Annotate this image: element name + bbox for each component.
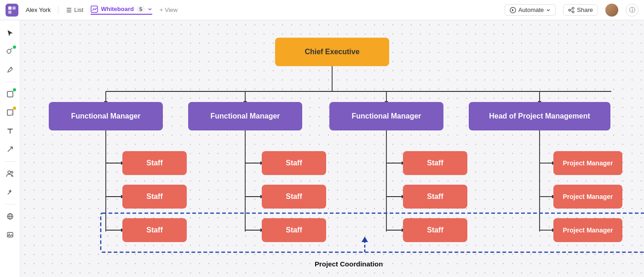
svg-marker-63 xyxy=(362,237,368,242)
info-button[interactable]: ⓘ xyxy=(626,4,638,17)
paint-tool[interactable] xyxy=(3,44,17,59)
sticky-tool[interactable] xyxy=(3,105,17,120)
chief-executive-label: Chief Executive xyxy=(305,48,359,56)
pm2-label: Project Manager xyxy=(563,193,613,200)
staff-m2-2[interactable]: Staff xyxy=(262,185,326,209)
staff-m3-2[interactable]: Staff xyxy=(403,185,467,209)
paint-dot xyxy=(13,45,16,49)
canvas[interactable]: Chief Executive Functional Manager Funct… xyxy=(20,20,644,277)
svg-point-16 xyxy=(8,171,11,174)
globe-tool[interactable] xyxy=(3,209,17,224)
toolbar-divider-3 xyxy=(5,204,16,204)
staff-m1-1-label: Staff xyxy=(146,159,163,167)
staff-m1-1[interactable]: Staff xyxy=(122,151,187,175)
username[interactable]: Alex York xyxy=(26,6,51,13)
staff-m1-3[interactable]: Staff xyxy=(122,218,187,242)
left-toolbar xyxy=(0,20,20,277)
svg-point-10 xyxy=(569,9,570,11)
people-tool[interactable] xyxy=(3,166,17,181)
svg-rect-0 xyxy=(8,6,12,10)
svg-rect-2 xyxy=(8,11,12,14)
app-logo xyxy=(6,4,18,17)
pm3-label: Project Manager xyxy=(563,226,613,234)
add-view-label: + View xyxy=(160,6,178,13)
text-tool[interactable] xyxy=(3,124,17,138)
staff-m2-3-label: Staff xyxy=(286,226,302,234)
head-node[interactable]: Head of Project Management xyxy=(469,102,610,130)
svg-point-8 xyxy=(572,7,574,9)
nav-divider xyxy=(58,6,58,14)
svg-point-22 xyxy=(8,234,10,235)
staff-m1-2-label: Staff xyxy=(146,192,163,201)
project-manager-3[interactable]: Project Manager xyxy=(553,218,622,242)
project-coordination: Project Coordination xyxy=(315,258,383,268)
draw-tool[interactable] xyxy=(3,62,17,77)
svg-rect-14 xyxy=(7,91,13,97)
project-coordination-label: Project Coordination xyxy=(315,260,383,268)
staff-m1-2[interactable]: Staff xyxy=(122,185,187,209)
user-avatar[interactable] xyxy=(605,4,618,17)
automate-button[interactable]: Automate xyxy=(505,4,556,16)
chief-executive-node[interactable]: Chief Executive xyxy=(275,38,389,66)
staff-m2-2-label: Staff xyxy=(286,192,302,201)
pm1-label: Project Manager xyxy=(563,159,613,167)
svg-rect-1 xyxy=(12,6,16,10)
list-label: List xyxy=(74,6,83,13)
toolbar-divider-1 xyxy=(5,82,16,82)
share-label: Share xyxy=(577,6,593,13)
sticky-dot xyxy=(13,107,16,110)
staff-m3-3[interactable]: Staff xyxy=(403,218,467,242)
staff-m2-1[interactable]: Staff xyxy=(262,151,326,175)
svg-point-9 xyxy=(572,11,574,13)
project-manager-2[interactable]: Project Manager xyxy=(553,185,622,209)
manager3-node[interactable]: Functional Manager xyxy=(329,102,443,130)
project-manager-1[interactable]: Project Manager xyxy=(553,151,622,175)
staff-m1-3-label: Staff xyxy=(146,226,163,234)
staff-m3-1-label: Staff xyxy=(427,159,443,167)
connector-tool[interactable] xyxy=(3,142,17,157)
svg-point-17 xyxy=(11,171,13,173)
whiteboard-label: Whiteboard xyxy=(101,6,134,12)
select-tool[interactable] xyxy=(3,26,17,40)
manager1-label: Functional Manager xyxy=(71,112,140,120)
automate-label: Automate xyxy=(518,6,544,13)
svg-point-13 xyxy=(10,67,12,68)
whiteboard-tab[interactable]: Whiteboard 5 xyxy=(91,6,152,15)
staff-m3-3-label: Staff xyxy=(427,226,443,234)
image-tool[interactable] xyxy=(3,227,17,242)
magic-tool[interactable] xyxy=(3,185,17,199)
list-tab[interactable]: List xyxy=(66,6,83,13)
staff-m2-1-label: Staff xyxy=(286,159,302,167)
staff-m2-3[interactable]: Staff xyxy=(262,218,326,242)
head-label: Head of Project Management xyxy=(489,112,590,120)
staff-m3-1[interactable]: Staff xyxy=(403,151,467,175)
add-view[interactable]: + View xyxy=(160,6,178,13)
top-nav: Alex York List Whiteboard 5 + View Autom… xyxy=(0,0,644,20)
share-button[interactable]: Share xyxy=(563,4,598,16)
manager2-label: Functional Manager xyxy=(210,112,280,120)
toolbar-divider-2 xyxy=(5,161,16,162)
svg-line-12 xyxy=(570,11,572,11)
staff-m3-2-label: Staff xyxy=(427,192,443,201)
shape-dot xyxy=(13,88,16,91)
manager3-label: Functional Manager xyxy=(351,112,421,120)
manager1-node[interactable]: Functional Manager xyxy=(49,102,163,130)
shape-tool[interactable] xyxy=(3,87,17,102)
whiteboard-count: 5 xyxy=(137,6,145,12)
svg-line-11 xyxy=(570,9,572,10)
manager2-node[interactable]: Functional Manager xyxy=(188,102,302,130)
